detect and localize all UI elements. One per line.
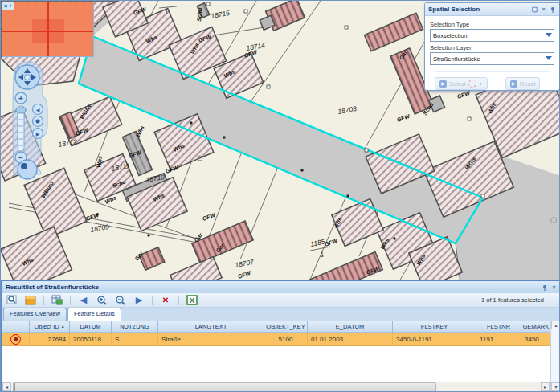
toolbar-separator bbox=[178, 296, 179, 305]
minimize-icon[interactable]: – bbox=[534, 284, 538, 291]
export-excel-icon[interactable]: X bbox=[185, 293, 199, 307]
refresh-red-icon bbox=[468, 80, 476, 88]
north-glyph bbox=[21, 163, 27, 169]
select-button[interactable]: ▶ Select ▼ bbox=[435, 77, 488, 90]
scroll-down-icon[interactable]: ▾ bbox=[551, 382, 560, 391]
vertical-scrollbar[interactable]: ▴ ▾ bbox=[550, 321, 560, 391]
close-icon[interactable]: × bbox=[542, 6, 546, 13]
column-header-flstnr[interactable]: FLSTNR bbox=[476, 321, 521, 332]
zoom-slider-thumb[interactable] bbox=[16, 108, 26, 112]
next-extent-glyph: ▶ bbox=[36, 132, 40, 137]
clear-selection-icon[interactable]: ✕ bbox=[158, 293, 173, 307]
chevron-down-icon[interactable] bbox=[546, 56, 552, 60]
column-header-objekt-key[interactable]: OBJEKT_KEY bbox=[264, 321, 308, 332]
cell-flstkey: 3450-0-1191 bbox=[393, 333, 476, 345]
reset-button[interactable]: ▶ Reset bbox=[505, 77, 541, 90]
minimize-icon[interactable]: – bbox=[524, 6, 527, 13]
pin-icon[interactable] bbox=[550, 6, 556, 13]
cell-nutzung: S bbox=[112, 333, 158, 345]
previous-feature-icon[interactable]: ◀ bbox=[76, 293, 91, 307]
column-header-datum[interactable]: DATUM bbox=[70, 321, 112, 332]
selection-layer-label: Selection Layer bbox=[430, 44, 554, 51]
highlight-feature-icon[interactable] bbox=[23, 293, 38, 307]
arrow-right-icon: ▶ bbox=[510, 80, 517, 88]
scroll-left-icon[interactable]: ◂ bbox=[2, 382, 11, 391]
scroll-right-icon[interactable]: ▸ bbox=[541, 382, 550, 391]
column-header-nutzung[interactable]: NUTZUNG bbox=[112, 321, 158, 332]
cell-objekt-key: 5100 bbox=[264, 333, 308, 345]
selection-type-label: Selection Type bbox=[430, 21, 554, 28]
zoom-in-icon[interactable] bbox=[95, 293, 109, 307]
overview-close-icon[interactable]: × bbox=[4, 3, 7, 9]
close-icon[interactable]: × bbox=[552, 284, 556, 291]
toolbar-separator bbox=[70, 296, 71, 305]
toolbar-separator bbox=[43, 296, 44, 305]
cell-gemark: 3450 bbox=[521, 333, 550, 345]
resultlist-tabs: Features Overview Feature Details bbox=[2, 308, 560, 321]
pan-center[interactable] bbox=[25, 75, 31, 80]
overview-pan-icon[interactable]: + bbox=[9, 3, 12, 9]
cell-datum: 20050118 bbox=[70, 333, 112, 345]
gis-application-window: 1871518714187031871218711187101870918707… bbox=[0, 0, 560, 392]
zoom-in-glyph: + bbox=[18, 94, 23, 103]
resultlist-panel: Resultlist of Straßenflurstücke – × ◀ bbox=[1, 280, 560, 392]
full-extent-glyph bbox=[36, 120, 40, 124]
table-row-selected[interactable]: 27684 20050118 S Straße 5100 01.01.2003 … bbox=[2, 333, 550, 346]
chevron-down-icon: ▼ bbox=[479, 81, 483, 86]
horizontal-scroll-thumb[interactable] bbox=[13, 382, 436, 392]
selection-status: 1 of 1 features selected bbox=[481, 296, 557, 304]
zoom-out-icon[interactable] bbox=[113, 293, 128, 307]
cell-flstnr: 1191 bbox=[476, 333, 521, 345]
spatial-selection-titlebar[interactable]: Spatial Selection – ▢ × bbox=[425, 3, 559, 16]
chevron-down-icon[interactable] bbox=[546, 33, 552, 37]
map-navigation-widget: + − ◀ ▶ bbox=[6, 60, 52, 182]
toolbar-separator bbox=[152, 296, 153, 305]
overview-crosshair-h bbox=[2, 31, 93, 32]
selected-feature-marker-icon bbox=[10, 334, 21, 345]
cell-e-datum: 01.01.2003 bbox=[308, 333, 393, 345]
pin-icon[interactable] bbox=[542, 284, 548, 291]
north-button[interactable] bbox=[18, 160, 37, 179]
arrow-right-icon: ▶ bbox=[439, 80, 447, 88]
svg-text:X: X bbox=[190, 296, 194, 304]
sort-ascending-icon: ▲ bbox=[61, 324, 65, 329]
next-feature-icon[interactable]: ▶ bbox=[132, 293, 146, 307]
column-header-flstkey[interactable]: FLSTKEY bbox=[393, 321, 476, 332]
spatial-selection-panel: Spatial Selection – ▢ × Selection Type B… bbox=[424, 2, 560, 91]
table-header-row: Object ID▲ DATUM NUTZUNG LANGTEXT OBJEKT… bbox=[2, 321, 550, 333]
column-header-object-id[interactable]: Object ID▲ bbox=[30, 321, 70, 332]
selection-layer-value: Straßenflurstücke bbox=[433, 55, 480, 63]
spatial-selection-title: Spatial Selection bbox=[428, 6, 524, 13]
resultlist-titlebar[interactable]: Resultlist of Straßenflurstücke – × bbox=[2, 281, 560, 293]
resultlist-toolbar: ◀ ▶ ✕ X 1 of 1 features selected bbox=[2, 293, 560, 308]
column-header-gemark[interactable]: GEMARK bbox=[521, 321, 550, 332]
scroll-up-icon[interactable]: ▴ bbox=[551, 321, 560, 329]
cell-object-id: 27684 bbox=[30, 333, 70, 345]
selection-type-dropdown[interactable]: Boxselection bbox=[430, 29, 554, 42]
cell-langtext: Straße bbox=[158, 333, 264, 345]
selection-type-value: Boxselection bbox=[433, 32, 468, 39]
horizontal-scrollbar[interactable]: ◂ ▸ bbox=[2, 382, 550, 391]
zoom-to-feature-icon[interactable] bbox=[5, 293, 19, 307]
table-empty-area bbox=[2, 346, 550, 382]
tab-features-overview[interactable]: Features Overview bbox=[3, 308, 67, 321]
column-header-marker[interactable] bbox=[2, 321, 30, 332]
attribute-window-icon[interactable] bbox=[50, 293, 64, 307]
selection-layer-dropdown[interactable]: Straßenflurstücke bbox=[430, 52, 554, 65]
overview-controls: × + bbox=[2, 2, 14, 10]
resultlist-title: Resultlist of Straßenflurstücke bbox=[6, 284, 534, 291]
select-button-label: Select bbox=[449, 80, 466, 88]
overview-map[interactable] bbox=[2, 2, 94, 57]
reset-button-label: Reset bbox=[520, 80, 536, 88]
column-header-e-datum[interactable]: E_DATUM bbox=[308, 321, 393, 332]
overview-crosshair-v bbox=[47, 2, 49, 56]
previous-extent-glyph: ◀ bbox=[36, 108, 40, 112]
tab-feature-details[interactable]: Feature Details bbox=[67, 308, 121, 321]
column-header-langtext[interactable]: LANGTEXT bbox=[158, 321, 264, 332]
restore-icon[interactable]: ▢ bbox=[532, 6, 538, 13]
